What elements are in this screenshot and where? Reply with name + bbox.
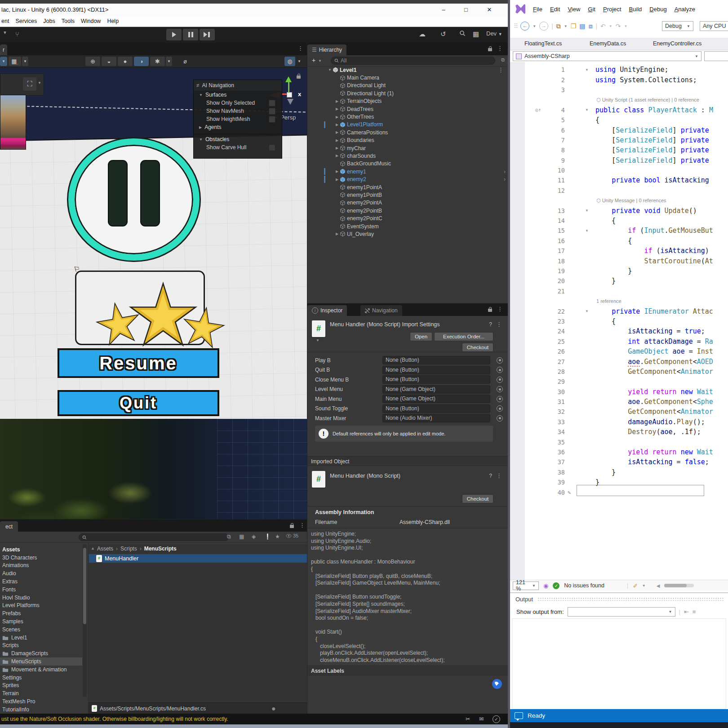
folder-terrain[interactable]: Terrain (0, 689, 82, 697)
breadcrumb-item[interactable]: MenuScripts (144, 546, 177, 552)
vs-menu-item[interactable]: Edit (550, 6, 560, 13)
scene-picker-icon[interactable]: ⧉ (501, 57, 505, 63)
code-line-6[interactable]: 6 [SerializeField] private (510, 125, 728, 135)
quit-button[interactable]: Quit (58, 390, 219, 416)
tab-enemydata[interactable]: EnemyData.cs (590, 40, 626, 47)
code-line-12[interactable]: 12 (510, 186, 728, 195)
history-icon[interactable]: ↺ (440, 30, 446, 38)
folder-damagescripts[interactable]: DamageScripts (0, 649, 82, 657)
asset-labels-header[interactable]: Asset Labels (307, 666, 508, 675)
object-picker-icon[interactable] (497, 357, 503, 364)
object-reference-field[interactable]: None (Button) (382, 404, 490, 413)
alert-icon[interactable]: ❕ (264, 533, 271, 540)
package-icon[interactable]: ✉ (479, 714, 484, 724)
undo-icon[interactable]: ↶ (600, 22, 606, 30)
codelens-row[interactable]: 1 reference (510, 296, 728, 306)
visibility-count[interactable]: 35 (286, 533, 298, 538)
hierarchy-item-camerapositions[interactable]: ▶CameraPositions (307, 129, 508, 136)
code-line-18[interactable]: 18 StartCoroutine(At (510, 256, 728, 266)
hierarchy-item-main-camera[interactable]: Main Camera (307, 74, 508, 81)
hierarchy-tab[interactable]: ☰Hierarchy (307, 44, 346, 55)
redo-icon[interactable]: ↷ (616, 22, 621, 30)
hierarchy-item-charsounds[interactable]: ▶charSounds (307, 152, 508, 160)
code-line-1[interactable]: 1▼using UnityEngine; (510, 65, 728, 75)
unity-menu-item[interactable]: ent (1, 18, 9, 24)
code-line-22[interactable]: 22▼ private IEnumerator Attac (510, 306, 728, 316)
scrollbar-thumb[interactable] (83, 548, 86, 624)
chevron-down-icon[interactable]: ▼ (564, 24, 568, 28)
breadcrumb-item[interactable]: Assets (97, 546, 113, 552)
status-warning-text[interactable]: ust use the Nature/Soft Occlusion shader… (0, 716, 228, 722)
output-header[interactable]: Output (510, 593, 728, 605)
ai-nav-option[interactable]: Show HeightMesh (194, 115, 282, 123)
gizmo-sphere-icon[interactable]: ◍ (284, 57, 295, 66)
feedback-icon[interactable] (515, 712, 523, 719)
lock-icon[interactable] (488, 309, 492, 312)
open-folder-icon[interactable]: ❒ (571, 22, 577, 30)
codelens-row[interactable]: ⬡ Unity Message | 0 references (510, 195, 728, 205)
hierarchy-item-enemy2pointc[interactable]: enemy2PointC (307, 214, 508, 222)
new-file-icon[interactable]: ⧉ (556, 22, 561, 30)
gizmo-center[interactable] (287, 92, 292, 98)
object-picker-icon[interactable] (497, 415, 503, 422)
ai-nav-section[interactable]: ▼Obstacles (194, 135, 282, 143)
check-icon[interactable]: ✓ (493, 715, 500, 723)
object-picker-icon[interactable] (497, 396, 503, 402)
intellisense-icon[interactable]: ◉ (543, 582, 548, 589)
folder-settings[interactable]: Settings (0, 674, 82, 682)
object-reference-field[interactable]: None (Button) (382, 375, 490, 384)
unity-menu-item[interactable]: Jobs (43, 18, 55, 24)
effects-dropdown[interactable]: ▼ (166, 57, 172, 66)
tab-enemycontroller[interactable]: EnemyController.cs (653, 40, 701, 47)
maximize-button[interactable]: □ (459, 4, 473, 16)
issues-text[interactable]: No issues found (564, 582, 604, 589)
unity-menu-item[interactable]: Help (107, 18, 119, 24)
code-line-38[interactable]: 38 } (510, 467, 728, 477)
axis-z-arrow[interactable] (287, 99, 293, 105)
chevron-down-icon[interactable]: ▼ (642, 584, 646, 588)
hierarchy-item-boundaries[interactable]: ▶Boundaries (307, 137, 508, 144)
project-search-input[interactable] (79, 533, 229, 541)
object-reference-field[interactable]: None (Game Object) (382, 395, 490, 403)
hscrollbar[interactable] (664, 584, 694, 587)
tab-floatingtext[interactable]: FloatingText.cs (524, 40, 562, 47)
code-line-21[interactable]: 21 (510, 286, 728, 296)
save-icon[interactable]: ▤ (579, 22, 585, 30)
hierarchy-item-backgroundmusic[interactable]: BackGroundMusic (307, 160, 508, 168)
add-dropdown[interactable]: ▼ (318, 59, 322, 63)
ai-nav-section[interactable]: ▼Surfaces (194, 91, 282, 99)
tool-dropdown[interactable]: ▼ (0, 57, 7, 66)
resume-button[interactable]: Resume (58, 348, 219, 378)
layout-icon[interactable]: ▦ (473, 30, 479, 38)
label-icon[interactable]: ◈ (252, 533, 256, 540)
kebab-menu-icon[interactable]: ⋮ (496, 321, 502, 328)
code-line-35[interactable]: 35 (510, 437, 728, 447)
unity-menu-item[interactable]: Tools (62, 18, 75, 24)
folder-tutorialinfo[interactable]: TutorialInfo (0, 706, 82, 714)
slider-dot[interactable]: ● (271, 705, 276, 713)
minimize-button[interactable]: – (437, 4, 450, 16)
code-line-32[interactable]: 32 GetComponent<Animator (510, 407, 728, 417)
code-line-30[interactable]: 30 yield return new Wait (510, 387, 728, 397)
hscroll-left-arrow[interactable]: ◀ (657, 583, 660, 588)
chevron-down-icon[interactable]: ▼ (624, 24, 627, 28)
code-line-28[interactable]: 28 GetComponent<Animator (510, 367, 728, 377)
member-dropdown[interactable] (704, 51, 728, 61)
folder-fonts[interactable]: Fonts (0, 586, 82, 594)
ai-nav-option[interactable]: Show Only Selected (194, 99, 282, 107)
folder-samples[interactable]: Samples (0, 617, 82, 626)
help-icon[interactable]: ? (489, 473, 492, 479)
pause-button[interactable] (183, 29, 198, 40)
scene-viewport[interactable]: ⛶ ▼ ⚐ Resume Quit (0, 67, 307, 519)
favorite-star-icon[interactable]: ★ (275, 533, 280, 540)
prefab-open-chevron[interactable]: › (504, 169, 506, 175)
code-line-31[interactable]: 31 aoe.GetComponent<Sphe (510, 397, 728, 407)
hierarchy-item-enemy2[interactable]: ▶enemy2› (307, 175, 508, 183)
folder-menuscripts[interactable]: MenuScripts (0, 657, 82, 666)
gizmo-dropdown[interactable]: ▼ (296, 57, 302, 66)
code-line-19[interactable]: 19 } (510, 266, 728, 276)
vs-menu-item[interactable]: Git (588, 6, 595, 13)
hierarchy-item-enemy1pointb[interactable]: enemy1PointB (307, 191, 508, 199)
checkout-button[interactable]: Checkout (462, 343, 493, 352)
dev-layout-dropdown[interactable]: Dev ▼ (486, 30, 502, 37)
